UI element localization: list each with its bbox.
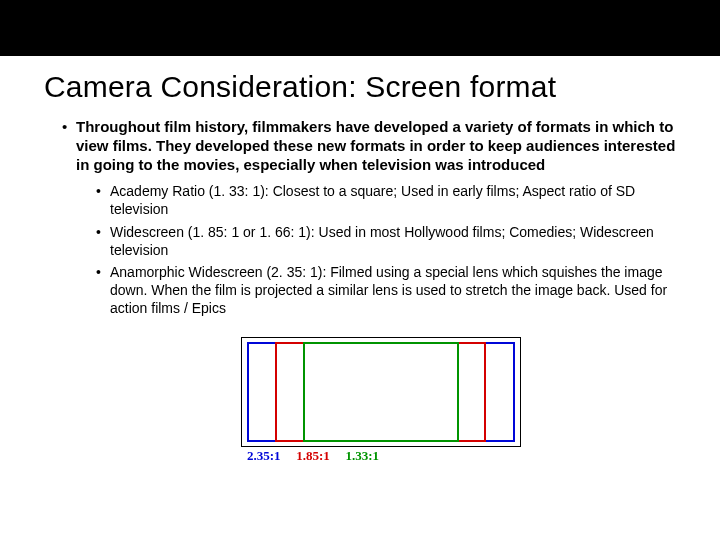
ratio-label-185: 1.85:1 (296, 448, 342, 464)
bullet-widescreen: Widescreen (1. 85: 1 or 1. 66: 1): Used … (96, 223, 676, 259)
intro-bullet: Throughout film history, filmmakers have… (62, 118, 676, 318)
aspect-ratio-diagram: 2.35:1 1.85:1 1.33:1 (195, 332, 525, 466)
bullet-academy: Academy Ratio (1. 33: 1): Closest to a s… (96, 182, 676, 218)
slide: Camera Consideration: Screen format Thro… (0, 0, 720, 540)
ratio-label-row: 2.35:1 1.85:1 1.33:1 (247, 448, 379, 464)
ratio-label-235: 2.35:1 (247, 448, 293, 464)
slide-title: Camera Consideration: Screen format (44, 70, 676, 104)
aspect-diagram-wrap: 2.35:1 1.85:1 1.33:1 (44, 332, 676, 466)
content-list: Throughout film history, filmmakers have… (44, 118, 676, 318)
sub-list: Academy Ratio (1. 33: 1): Closest to a s… (76, 182, 676, 317)
top-black-bar (0, 0, 720, 56)
intro-text: Throughout film history, filmmakers have… (76, 118, 675, 173)
ratio-label-133: 1.33:1 (346, 448, 380, 464)
ratio-box-133 (303, 342, 459, 442)
bullet-anamorphic: Anamorphic Widescreen (2. 35: 1): Filmed… (96, 263, 676, 318)
